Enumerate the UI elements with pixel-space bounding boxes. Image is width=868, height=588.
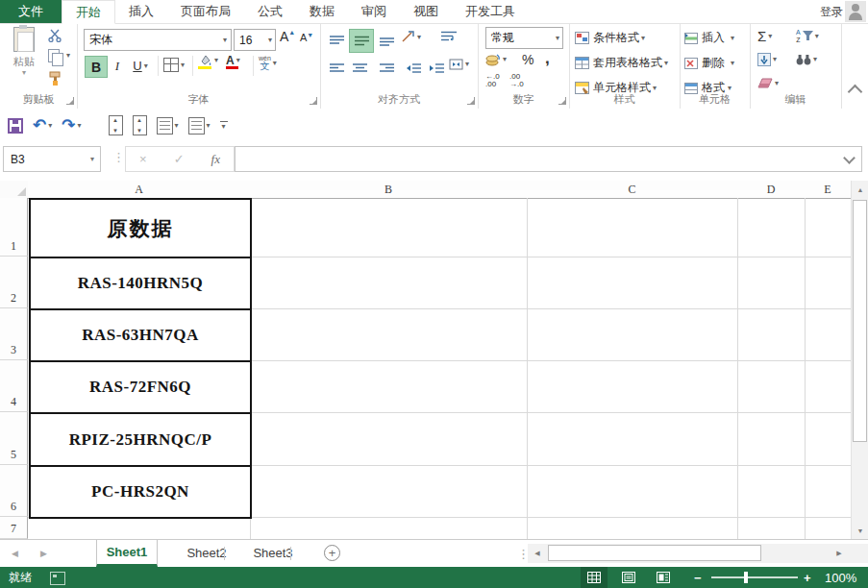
font-name-combo[interactable]: 宋体▾	[84, 29, 232, 51]
tab-developer[interactable]: 开发工具	[452, 0, 529, 23]
formula-bar-grip-icon[interactable]: ⋮	[112, 150, 125, 164]
select-all-corner[interactable]	[0, 181, 29, 199]
view-page-layout-button[interactable]	[615, 567, 642, 588]
enter-button[interactable]: ✓	[174, 152, 185, 166]
undo-button[interactable]: ↶▾	[33, 117, 52, 134]
autosum-button[interactable]: Σ ▾	[757, 29, 772, 43]
sheet-nav-left-icon[interactable]: ◀	[12, 540, 18, 567]
insert-function-button[interactable]: fx	[211, 152, 220, 167]
row-header-3[interactable]: 3	[0, 308, 28, 360]
grow-font-button[interactable]: A▲	[280, 29, 295, 44]
underline-button[interactable]: U▾	[127, 56, 154, 76]
vertical-scrollbar[interactable]: ▲ ▼	[851, 181, 868, 539]
font-color-button[interactable]: A ▾	[226, 55, 240, 69]
column-header-b[interactable]: B	[250, 181, 528, 199]
tab-review[interactable]: 审阅	[348, 0, 400, 23]
tab-view[interactable]: 视图	[400, 0, 452, 23]
cancel-button[interactable]: ×	[139, 152, 147, 166]
sheet-tab-sheet3[interactable]: Sheet3	[227, 540, 319, 565]
tab-file[interactable]: 文件	[0, 0, 62, 23]
bold-button[interactable]: B	[85, 56, 108, 78]
insert-cells-button[interactable]: 插入 ▾	[684, 30, 734, 46]
row-header-4[interactable]: 4	[0, 360, 28, 412]
row-header-1[interactable]: 1	[0, 198, 28, 257]
tab-insert[interactable]: 插入	[115, 0, 167, 23]
comma-style-button[interactable]: ,	[545, 49, 550, 68]
spin-up-down-icon[interactable]: ▲▼	[133, 115, 147, 135]
cut-button[interactable]	[48, 29, 62, 42]
form-control-button[interactable]: ▾	[188, 117, 211, 135]
view-normal-button[interactable]	[581, 567, 608, 588]
row-header-5[interactable]: 5	[0, 412, 28, 465]
scroll-down-icon[interactable]: ▼	[853, 523, 868, 538]
collapse-ribbon-chevron-icon[interactable]	[848, 85, 863, 100]
column-header-c[interactable]: C	[527, 181, 738, 199]
zoom-slider-track[interactable]	[711, 576, 798, 578]
align-top-button[interactable]	[326, 31, 347, 50]
cell-a4[interactable]: RAS-72FN6Q	[29, 360, 252, 414]
percent-style-button[interactable]: %	[522, 52, 533, 67]
italic-button[interactable]: I	[109, 56, 126, 76]
zoom-in-button[interactable]: +	[804, 567, 811, 588]
clear-button[interactable]: ▾	[757, 78, 779, 88]
row-header-7[interactable]: 7	[0, 517, 28, 539]
shrink-font-button[interactable]: A▼	[300, 32, 313, 43]
fill-button[interactable]: ▾	[757, 53, 777, 66]
number-format-combo[interactable]: 常规▾	[485, 27, 563, 49]
spin-up-down-icon[interactable]: ▲▼	[109, 115, 123, 135]
sign-in-link[interactable]: 登录	[820, 0, 843, 23]
orientation-button[interactable]: ▾	[401, 31, 421, 43]
align-left-button[interactable]	[326, 59, 347, 78]
delete-cells-button[interactable]: 删除 ▾	[684, 55, 734, 71]
accounting-format-button[interactable]: ▾	[485, 53, 507, 66]
qat-customize-button[interactable]: ▾	[220, 121, 228, 131]
cell-a3[interactable]: RAS-63HN7QA	[29, 308, 252, 362]
clipboard-dialog-launcher[interactable]	[66, 97, 74, 105]
scroll-left-icon[interactable]: ◀	[530, 546, 545, 561]
zoom-level[interactable]: 100%	[825, 567, 856, 588]
fill-color-button[interactable]: ▾	[198, 55, 218, 69]
form-control-button[interactable]: ▾	[157, 117, 179, 135]
vertical-scrollbar-thumb[interactable]	[853, 200, 867, 442]
cell-a6[interactable]: PC-HRS2QN	[29, 465, 252, 519]
new-sheet-button[interactable]: +	[324, 545, 340, 561]
user-avatar-icon[interactable]	[845, 1, 866, 22]
sheet-tab-sheet1[interactable]: Sheet1	[96, 540, 158, 567]
wrap-text-button[interactable]	[441, 31, 457, 42]
column-header-d[interactable]: D	[737, 181, 806, 199]
horizontal-scrollbar-thumb[interactable]	[548, 545, 761, 561]
redo-button[interactable]: ↷▾	[62, 117, 81, 134]
save-icon[interactable]	[8, 118, 23, 134]
row-header-2[interactable]: 2	[0, 257, 28, 308]
view-page-break-button[interactable]	[650, 567, 677, 588]
sheet-nav-right-icon[interactable]: ▶	[40, 540, 47, 567]
paste-button[interactable]: 粘贴 ▾	[8, 27, 40, 77]
column-header-e[interactable]: E	[805, 181, 852, 199]
find-select-button[interactable]: ▾	[796, 53, 817, 65]
cell-a2[interactable]: RAS-140HRN5Q	[29, 257, 252, 310]
horizontal-scrollbar[interactable]: ◀ ▶	[528, 544, 868, 563]
decrease-decimal-button[interactable]: .00→.0	[509, 73, 524, 89]
merge-center-button[interactable]: ▾	[449, 59, 469, 70]
tab-page-layout[interactable]: 页面布局	[167, 0, 244, 23]
scroll-right-icon[interactable]: ▶	[831, 546, 847, 561]
align-center-button[interactable]	[349, 59, 370, 78]
increase-decimal-button[interactable]: ←.0.00	[485, 73, 500, 89]
zoom-slider-thumb[interactable]	[744, 572, 748, 583]
tab-data[interactable]: 数据	[296, 0, 348, 23]
scroll-up-icon[interactable]: ▲	[853, 182, 868, 197]
copy-button[interactable]: ▾	[48, 49, 70, 62]
row-header-6[interactable]: 6	[0, 465, 28, 517]
tab-home[interactable]: 开始	[62, 0, 115, 24]
column-header-a[interactable]: A	[28, 181, 251, 199]
format-as-table-button[interactable]: 套用表格格式 ▾	[575, 55, 668, 71]
cell-a5[interactable]: RPIZ-25HRNQC/P	[29, 412, 252, 467]
macro-record-icon[interactable]	[50, 572, 65, 585]
paste-dropdown[interactable]: ▾	[8, 69, 40, 77]
decrease-indent-button[interactable]	[403, 59, 424, 78]
phonetic-guide-button[interactable]: wén 文 ▾	[259, 55, 277, 71]
alignment-dialog-launcher[interactable]	[467, 97, 475, 105]
sort-filter-button[interactable]: A Z ▾	[796, 29, 819, 43]
cell-a1[interactable]: 原数据	[29, 198, 252, 258]
tab-formulas[interactable]: 公式	[244, 0, 296, 23]
